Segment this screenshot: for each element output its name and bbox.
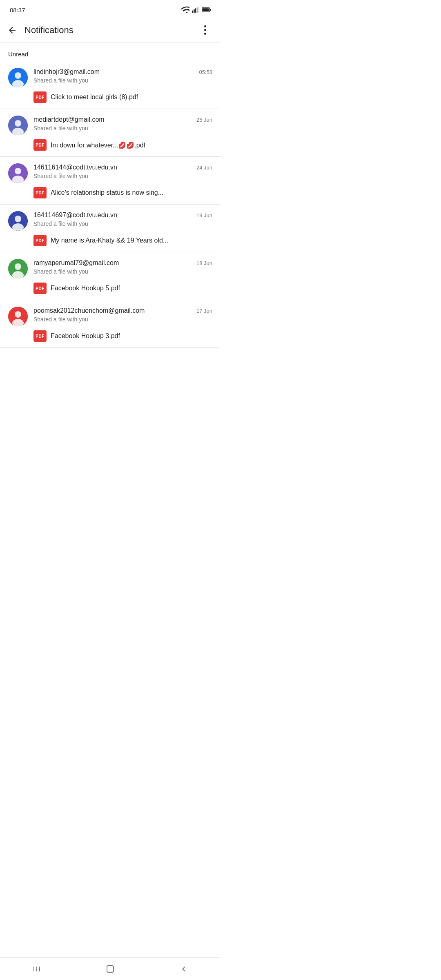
svg-point-13	[15, 120, 21, 127]
notif-sub: Shared a file with you	[33, 268, 212, 275]
pdf-icon: PDF	[33, 187, 47, 198]
notif-filename: Facebook Hookup 3.pdf	[51, 332, 120, 340]
svg-point-16	[15, 168, 21, 174]
content-area: Unread lindinhojr3@gmail.com 05:58 Share…	[0, 42, 220, 372]
notif-content: poomsak2012chuenchom@gmail.com 17 Jun Sh…	[33, 307, 212, 323]
svg-rect-1	[192, 11, 193, 13]
notif-time: 05:58	[199, 69, 212, 75]
notif-sub: Shared a file with you	[33, 125, 212, 131]
pdf-icon: PDF	[33, 91, 47, 103]
status-time: 08:37	[10, 7, 25, 13]
notif-file: PDF Facebook Hookup 3.pdf	[8, 330, 212, 342]
notif-sender-row: mediartdept@gmail.com 25 Jun	[33, 116, 212, 124]
notif-filename: Im down for whatever...💋💋.pdf	[51, 141, 145, 149]
page-title: Notifications	[21, 25, 196, 36]
notif-sender: 164114697@codt.tvu.edu.vn	[33, 211, 193, 220]
notif-sender-row: 164114697@codt.tvu.edu.vn 19 Jun	[33, 211, 212, 220]
notif-time: 19 Jun	[196, 212, 212, 218]
notification-item[interactable]: poomsak2012chuenchom@gmail.com 17 Jun Sh…	[0, 300, 220, 348]
notif-row-top: 146116144@codt.tvu.edu.vn 24 Jun Shared …	[8, 163, 212, 183]
svg-point-0	[186, 12, 187, 13]
notif-filename: My name is Ara-Khaty && 19 Years old...	[51, 237, 168, 244]
notif-row-top: mediartdept@gmail.com 25 Jun Shared a fi…	[8, 116, 212, 135]
notif-content: 164114697@codt.tvu.edu.vn 19 Jun Shared …	[33, 211, 212, 227]
notif-filename: Facebook Hookup 5.pdf	[51, 285, 120, 292]
notif-file: PDF Alice's relationship status is now s…	[8, 187, 212, 198]
avatar	[8, 259, 28, 278]
notif-sender: mediartdept@gmail.com	[33, 116, 193, 124]
section-header-unread: Unread	[0, 42, 220, 61]
wifi-icon	[180, 7, 189, 13]
svg-point-19	[15, 216, 21, 222]
avatar	[8, 68, 28, 87]
pdf-icon: PDF	[33, 139, 47, 151]
status-bar: 08:37	[0, 0, 220, 18]
avatar	[8, 163, 28, 183]
notif-content: ramyaperumal79@gmail.com 18 Jun Shared a…	[33, 259, 212, 275]
svg-point-22	[15, 263, 21, 270]
svg-rect-4	[197, 7, 198, 13]
notification-item[interactable]: mediartdept@gmail.com 25 Jun Shared a fi…	[0, 109, 220, 157]
pdf-icon: PDF	[33, 330, 47, 342]
notif-time: 24 Jun	[196, 165, 212, 171]
notif-row-top: ramyaperumal79@gmail.com 18 Jun Shared a…	[8, 259, 212, 278]
notification-item[interactable]: ramyaperumal79@gmail.com 18 Jun Shared a…	[0, 252, 220, 300]
notif-sender-row: lindinhojr3@gmail.com 05:58	[33, 68, 212, 76]
notif-file: PDF Facebook Hookup 5.pdf	[8, 283, 212, 294]
pdf-icon: PDF	[33, 235, 47, 246]
status-icons	[180, 7, 211, 13]
notifications-list: lindinhojr3@gmail.com 05:58 Shared a fil…	[0, 61, 220, 348]
notif-file: PDF Click to meet local girls (8).pdf	[8, 91, 212, 103]
notif-sub: Shared a file with you	[33, 220, 212, 227]
notif-content: mediartdept@gmail.com 25 Jun Shared a fi…	[33, 116, 212, 131]
notif-sender: ramyaperumal79@gmail.com	[33, 259, 193, 267]
notif-content: lindinhojr3@gmail.com 05:58 Shared a fil…	[33, 68, 212, 84]
battery-icon	[202, 7, 211, 13]
notif-time: 25 Jun	[196, 117, 212, 123]
notif-sender-row: 146116144@codt.tvu.edu.vn 24 Jun	[33, 163, 212, 172]
notif-sender-row: ramyaperumal79@gmail.com 18 Jun	[33, 259, 212, 267]
avatar	[8, 116, 28, 135]
three-dots-icon	[204, 25, 206, 35]
notif-filename: Alice's relationship status is now sing.…	[51, 189, 163, 196]
svg-rect-2	[194, 9, 195, 13]
notif-file: PDF My name is Ara-Khaty && 19 Years old…	[8, 235, 212, 246]
notif-filename: Click to meet local girls (8).pdf	[51, 94, 138, 101]
svg-point-10	[15, 72, 21, 79]
svg-rect-8	[202, 8, 209, 11]
notif-file: PDF Im down for whatever...💋💋.pdf	[8, 139, 212, 151]
notif-sub: Shared a file with you	[33, 173, 212, 179]
notif-row-top: poomsak2012chuenchom@gmail.com 17 Jun Sh…	[8, 307, 212, 326]
notif-time: 18 Jun	[196, 260, 212, 266]
notif-sender-row: poomsak2012chuenchom@gmail.com 17 Jun	[33, 307, 212, 315]
top-bar: Notifications	[0, 18, 220, 42]
back-button[interactable]	[3, 21, 21, 39]
svg-rect-5	[198, 7, 199, 13]
notif-sender: poomsak2012chuenchom@gmail.com	[33, 307, 193, 315]
svg-rect-7	[210, 9, 211, 11]
svg-rect-3	[195, 8, 196, 13]
notif-sub: Shared a file with you	[33, 77, 212, 84]
notification-item[interactable]: 164114697@codt.tvu.edu.vn 19 Jun Shared …	[0, 205, 220, 252]
notif-row-top: lindinhojr3@gmail.com 05:58 Shared a fil…	[8, 68, 212, 87]
avatar	[8, 307, 28, 326]
notif-row-top: 164114697@codt.tvu.edu.vn 19 Jun Shared …	[8, 211, 212, 231]
notification-item[interactable]: 146116144@codt.tvu.edu.vn 24 Jun Shared …	[0, 157, 220, 205]
pdf-icon: PDF	[33, 283, 47, 294]
more-options-button[interactable]	[196, 21, 214, 39]
notif-sender: lindinhojr3@gmail.com	[33, 68, 196, 76]
svg-point-25	[15, 311, 21, 318]
avatar	[8, 211, 28, 231]
signal-icon	[192, 7, 199, 13]
notif-sub: Shared a file with you	[33, 316, 212, 323]
notification-item[interactable]: lindinhojr3@gmail.com 05:58 Shared a fil…	[0, 61, 220, 109]
notif-time: 17 Jun	[196, 308, 212, 314]
notif-sender: 146116144@codt.tvu.edu.vn	[33, 163, 193, 172]
notif-content: 146116144@codt.tvu.edu.vn 24 Jun Shared …	[33, 163, 212, 179]
